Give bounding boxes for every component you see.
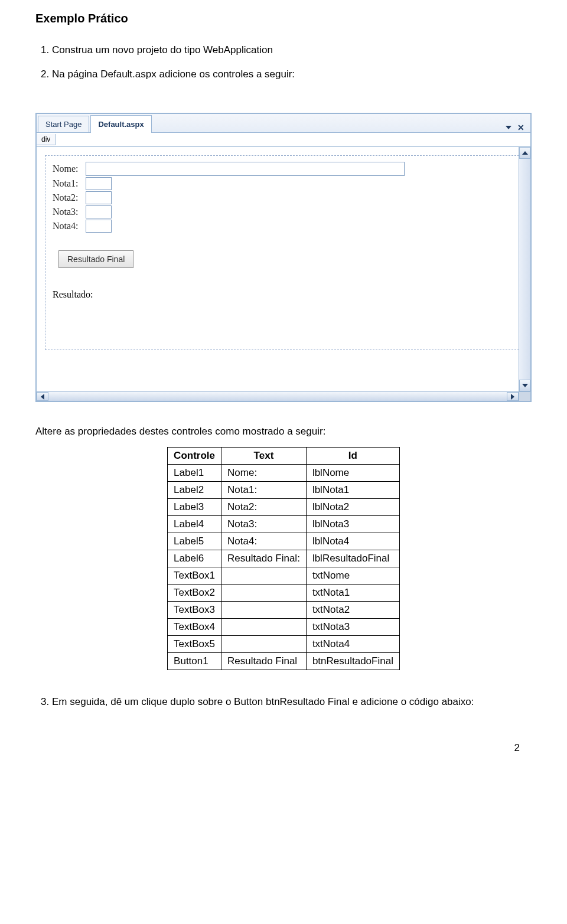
breadcrumb-bar: div xyxy=(37,133,530,147)
tab-bar: Start Page Default.aspx ✕ xyxy=(37,114,530,133)
table-cell xyxy=(221,619,307,636)
table-row: Label5Nota4:lblNota4 xyxy=(168,533,400,550)
table-row: TextBox1txtNome xyxy=(168,567,400,585)
table-cell: Label3 xyxy=(168,499,221,516)
table-row: TextBox5txtNota4 xyxy=(168,636,400,653)
table-cell xyxy=(221,636,307,653)
page-title: Exemplo Prático xyxy=(35,12,532,25)
table-row: Label1Nome:lblNome xyxy=(168,465,400,482)
table-cell: txtNota3 xyxy=(306,619,399,636)
table-cell: lblNota3 xyxy=(306,516,399,533)
tab-default-aspx[interactable]: Default.aspx xyxy=(90,115,151,133)
textbox-nota2[interactable] xyxy=(86,191,112,204)
table-cell: txtNota2 xyxy=(306,602,399,619)
table-cell: TextBox3 xyxy=(168,602,221,619)
table-row: TextBox2txtNota1 xyxy=(168,585,400,602)
scroll-right-arrow-icon[interactable] xyxy=(507,392,519,401)
table-cell: Resultado Final: xyxy=(221,550,307,567)
col-text: Text xyxy=(221,448,307,465)
table-cell: lblNota1 xyxy=(306,482,399,499)
table-row: TextBox4txtNota3 xyxy=(168,619,400,636)
design-surface: Nome: Nota1: Nota2: Nota3: Nota4: xyxy=(37,147,530,401)
close-icon[interactable]: ✕ xyxy=(517,123,524,132)
label-nota1: Nota1: xyxy=(53,178,86,189)
horizontal-scrollbar[interactable] xyxy=(37,391,519,401)
table-cell: Nota1: xyxy=(221,482,307,499)
tab-start-page[interactable]: Start Page xyxy=(38,116,89,132)
table-row: Label3Nota2:lblNota2 xyxy=(168,499,400,516)
table-cell: TextBox4 xyxy=(168,619,221,636)
button-resultado-final[interactable]: Resultado Final xyxy=(58,250,133,268)
table-row: TextBox3txtNota2 xyxy=(168,602,400,619)
table-row: Label4Nota3:lblNota3 xyxy=(168,516,400,533)
table-cell: Label5 xyxy=(168,533,221,550)
scroll-corner xyxy=(519,391,530,401)
design-container: Nome: Nota1: Nota2: Nota3: Nota4: xyxy=(45,155,522,350)
textbox-nome[interactable] xyxy=(86,162,405,176)
page-number: 2 xyxy=(0,742,567,754)
alter-properties-text: Altere as propriedades destes controles … xyxy=(35,426,532,437)
tab-menu-caret-icon[interactable] xyxy=(506,126,511,129)
table-cell: Label6 xyxy=(168,550,221,567)
table-cell: txtNota4 xyxy=(306,636,399,653)
textbox-nota4[interactable] xyxy=(86,220,112,233)
table-cell: TextBox5 xyxy=(168,636,221,653)
table-cell: btnResultadoFinal xyxy=(306,653,399,670)
step-3: Em seguida, dê um clique duplo sobre o B… xyxy=(52,694,532,710)
scroll-up-arrow-icon[interactable] xyxy=(519,147,530,159)
vertical-scrollbar[interactable] xyxy=(519,147,530,391)
table-cell xyxy=(221,567,307,585)
breadcrumb-div[interactable]: div xyxy=(37,134,56,145)
label-nota3: Nota3: xyxy=(53,207,86,217)
table-cell: Nota2: xyxy=(221,499,307,516)
label-nota4: Nota4: xyxy=(53,221,86,231)
table-cell: TextBox2 xyxy=(168,585,221,602)
table-cell: Label1 xyxy=(168,465,221,482)
textbox-nota1[interactable] xyxy=(86,177,112,190)
table-cell: Label4 xyxy=(168,516,221,533)
table-cell: lblNota4 xyxy=(306,533,399,550)
scroll-down-arrow-icon[interactable] xyxy=(519,380,530,391)
table-cell: Resultado Final xyxy=(221,653,307,670)
table-cell: Button1 xyxy=(168,653,221,670)
scroll-left-arrow-icon[interactable] xyxy=(37,392,48,401)
table-row: Button1Resultado FinalbtnResultadoFinal xyxy=(168,653,400,670)
table-row: Label6Resultado Final:lblResultadoFinal xyxy=(168,550,400,567)
label-resultado: Resultado: xyxy=(53,289,514,300)
col-id: Id xyxy=(306,448,399,465)
table-cell: lblNota2 xyxy=(306,499,399,516)
table-cell: lblResultadoFinal xyxy=(306,550,399,567)
step-2: Na página Default.aspx adicione os contr… xyxy=(52,66,532,82)
textbox-nota3[interactable] xyxy=(86,205,112,218)
table-cell xyxy=(221,602,307,619)
table-cell: Nota4: xyxy=(221,533,307,550)
table-cell: txtNome xyxy=(306,567,399,585)
label-nota2: Nota2: xyxy=(53,192,86,203)
label-nome: Nome: xyxy=(53,164,86,174)
table-row: Label2Nota1:lblNota1 xyxy=(168,482,400,499)
col-controle: Controle xyxy=(168,448,221,465)
table-cell: Label2 xyxy=(168,482,221,499)
properties-table: Controle Text Id Label1Nome:lblNomeLabel… xyxy=(167,447,400,670)
step-1: Construa um novo projeto do tipo WebAppl… xyxy=(52,42,532,58)
table-cell xyxy=(221,585,307,602)
table-cell: txtNota1 xyxy=(306,585,399,602)
vs-screenshot: Start Page Default.aspx ✕ div Nome: Nota… xyxy=(35,113,532,402)
table-header-row: Controle Text Id xyxy=(168,448,400,465)
table-cell: Nota3: xyxy=(221,516,307,533)
table-cell: TextBox1 xyxy=(168,567,221,585)
table-cell: Nome: xyxy=(221,465,307,482)
table-cell: lblNome xyxy=(306,465,399,482)
